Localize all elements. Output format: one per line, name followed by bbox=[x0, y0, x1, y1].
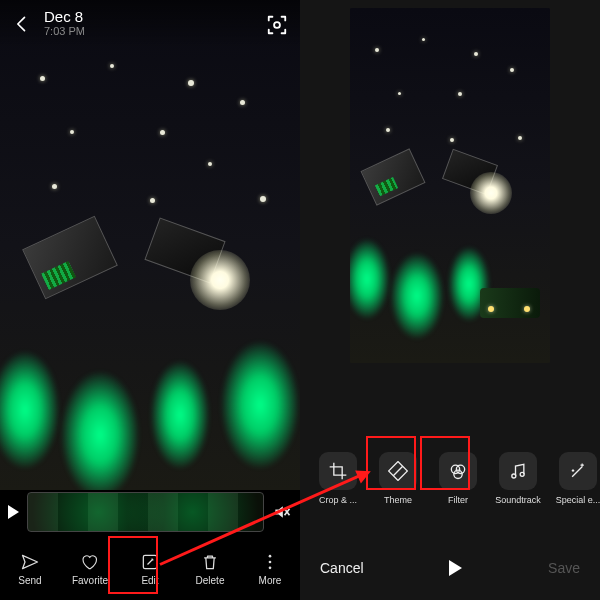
editor-tool-row: Crop & ... Theme bbox=[300, 440, 600, 516]
soundtrack-label: Soundtrack bbox=[495, 495, 541, 505]
favorite-label: Favorite bbox=[72, 575, 108, 586]
play-button[interactable] bbox=[8, 505, 19, 519]
magic-wand-icon bbox=[559, 452, 597, 490]
edit-label: Edit bbox=[141, 575, 158, 586]
more-label: More bbox=[259, 575, 282, 586]
editor-bottom-bar: Cancel Save bbox=[300, 536, 600, 600]
video-editor-panel: Crop & ... Theme bbox=[300, 0, 600, 600]
video-scrubber-row bbox=[0, 486, 300, 538]
svg-point-9 bbox=[456, 465, 464, 473]
title-date: Dec 8 bbox=[44, 8, 85, 25]
svg-point-4 bbox=[269, 555, 272, 558]
send-icon bbox=[20, 552, 40, 572]
svg-point-0 bbox=[274, 22, 280, 28]
filter-icon bbox=[439, 452, 477, 490]
send-label: Send bbox=[18, 575, 41, 586]
soundtrack-tool[interactable]: Soundtrack bbox=[492, 452, 544, 505]
favorite-button[interactable]: Favorite bbox=[62, 552, 118, 586]
theme-icon bbox=[379, 452, 417, 490]
video-thumbnail-strip[interactable] bbox=[27, 492, 264, 532]
edit-icon bbox=[140, 552, 160, 572]
special-effects-tool[interactable]: Special e... bbox=[552, 452, 600, 505]
heart-icon bbox=[80, 552, 100, 572]
title-block: Dec 8 7:03 PM bbox=[44, 8, 85, 37]
save-button[interactable]: Save bbox=[548, 560, 580, 576]
send-button[interactable]: Send bbox=[2, 552, 58, 586]
svg-point-6 bbox=[269, 567, 272, 570]
mute-icon[interactable] bbox=[272, 502, 292, 522]
delete-label: Delete bbox=[196, 575, 225, 586]
music-icon bbox=[499, 452, 537, 490]
capture-icon[interactable] bbox=[266, 14, 288, 36]
more-icon bbox=[260, 552, 280, 572]
crop-icon bbox=[319, 452, 357, 490]
bottom-action-bar: Send Favorite Edit bbox=[0, 538, 300, 600]
photo-preview bbox=[0, 0, 300, 490]
svg-point-10 bbox=[454, 470, 462, 478]
back-button[interactable] bbox=[12, 14, 32, 34]
editor-preview bbox=[350, 8, 550, 363]
crop-tool[interactable]: Crop & ... bbox=[312, 452, 364, 505]
title-time: 7:03 PM bbox=[44, 25, 85, 37]
edit-button[interactable]: Edit bbox=[122, 552, 178, 586]
svg-point-5 bbox=[269, 561, 272, 564]
filter-label: Filter bbox=[448, 495, 468, 505]
more-button[interactable]: More bbox=[242, 552, 298, 586]
special-label: Special e... bbox=[556, 495, 600, 505]
theme-label: Theme bbox=[384, 495, 412, 505]
cancel-button[interactable]: Cancel bbox=[320, 560, 364, 576]
trash-icon bbox=[200, 552, 220, 572]
delete-button[interactable]: Delete bbox=[182, 552, 238, 586]
svg-point-12 bbox=[520, 472, 524, 476]
theme-tool[interactable]: Theme bbox=[372, 452, 424, 505]
crop-label: Crop & ... bbox=[319, 495, 357, 505]
photo-viewer-panel: Dec 8 7:03 PM bbox=[0, 0, 300, 600]
svg-point-11 bbox=[512, 474, 516, 478]
filter-tool[interactable]: Filter bbox=[432, 452, 484, 505]
play-button[interactable] bbox=[449, 560, 462, 576]
